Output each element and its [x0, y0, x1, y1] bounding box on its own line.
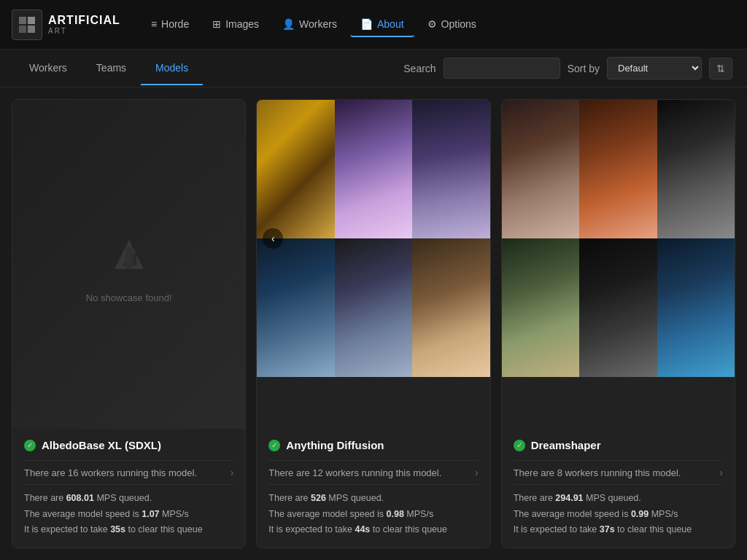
prev-image-anything[interactable]: ‹ [263, 228, 283, 249]
horde-icon: ≡ [151, 18, 157, 30]
no-showcase-area: No showcase found! [12, 100, 245, 429]
main-content: No showcase found! ✓ AlbedoBase XL (SDXL… [0, 88, 747, 560]
image-grid-anything: ‹ [257, 100, 489, 377]
status-dot-albedo: ✓ [24, 440, 36, 451]
nav-options-label: Options [441, 18, 476, 30]
image-cell-black-man [657, 100, 735, 238]
mps-queued-anything: There are 526 MPS queued. [268, 491, 478, 506]
options-icon: ⚙ [427, 18, 437, 30]
card-image-anything: ‹ [257, 100, 489, 429]
image-cell-lens [579, 238, 657, 377]
nav-horde-label: Horde [161, 18, 189, 30]
avg-speed-dreamshaper: The average model speed is 0.99 MPS/s [514, 507, 723, 522]
nav-horde[interactable]: ≡ Horde [141, 12, 199, 37]
card-title-anything: Anything Diffusion [286, 439, 384, 451]
card-info-dreamshaper: ✓ Dreamshaper There are 8 workers runnin… [502, 429, 735, 548]
nav-images-label: Images [225, 18, 259, 30]
workers-text-anything: There are 12 workers running this model. [268, 467, 441, 478]
tab-models[interactable]: Models [141, 52, 203, 85]
clear-time-albedo: It is expected to take 35s to clear this… [24, 522, 233, 537]
workers-row-dreamshaper[interactable]: There are 8 workers running this model. … [514, 460, 723, 485]
workers-text-dreamshaper: There are 8 workers running this model. [514, 467, 681, 478]
search-area: Search Sort by Default ⇅ [403, 57, 732, 79]
card-title-row-albedo: ✓ AlbedoBase XL (SDXL) [24, 439, 233, 451]
svg-rect-2 [19, 26, 26, 33]
logo-text-line2: ART [48, 27, 120, 35]
sort-direction-button[interactable]: ⇅ [709, 58, 732, 79]
card-image-albedo: No showcase found! [12, 100, 245, 429]
chevron-right-anything: › [475, 467, 479, 478]
tab-workers[interactable]: Workers [15, 52, 82, 85]
clear-time-dreamshaper: It is expected to take 37s to clear this… [514, 522, 723, 537]
image-cell-interior [412, 238, 489, 377]
search-label: Search [403, 63, 436, 74]
card-info-anything: ✓ Anything Diffusion There are 12 worker… [257, 429, 489, 548]
mps-queued-albedo: There are 608.01 MPS queued. [24, 491, 233, 506]
sort-label: Sort by [568, 63, 600, 74]
images-icon: ⊞ [212, 18, 221, 30]
mps-queued-dreamshaper: There are 294.91 MPS queued. [514, 491, 723, 506]
card-stats-anything: There are 526 MPS queued. The average mo… [268, 491, 478, 537]
card-info-albedo: ✓ AlbedoBase XL (SDXL) There are 16 work… [12, 429, 245, 548]
model-cards: No showcase found! ✓ AlbedoBase XL (SDXL… [12, 99, 735, 548]
tab-teams[interactable]: Teams [82, 52, 141, 85]
image-cell-asian-woman [502, 100, 579, 238]
top-nav: ARTIFICIAL ART ≡ Horde ⊞ Images 👤 Worker… [0, 0, 747, 50]
image-cell-anime-boy [257, 238, 334, 377]
workers-nav-icon: 👤 [282, 18, 295, 30]
card-image-dreamshaper [502, 100, 735, 429]
image-cell-anime-purple [335, 100, 412, 238]
status-dot-dreamshaper: ✓ [514, 440, 525, 451]
card-title-row-dreamshaper: ✓ Dreamshaper [514, 439, 723, 451]
chevron-right-dreamshaper: › [719, 467, 723, 478]
avg-speed-anything: The average model speed is 0.98 MPS/s [268, 507, 478, 522]
svg-rect-3 [28, 26, 35, 33]
image-cell-kitchen [257, 100, 334, 238]
workers-row-anything[interactable]: There are 12 workers running this model.… [268, 460, 478, 485]
nav-about[interactable]: 📄 About [350, 12, 414, 37]
model-card-dreamshaper: ✓ Dreamshaper There are 8 workers runnin… [501, 99, 735, 548]
search-input[interactable] [444, 58, 560, 79]
card-title-row-anything: ✓ Anything Diffusion [268, 439, 478, 451]
workers-row-albedo[interactable]: There are 16 workers running this model.… [24, 460, 233, 485]
workers-text-albedo: There are 16 workers running this model. [24, 467, 197, 478]
nav-about-label: About [377, 18, 404, 30]
nav-workers[interactable]: 👤 Workers [272, 12, 347, 37]
image-cell-anime-dark [412, 100, 489, 238]
card-title-albedo: AlbedoBase XL (SDXL) [42, 439, 161, 451]
model-card-anything: ‹ ✓ Anything Diffusion There are 12 work… [256, 99, 490, 548]
nav-images[interactable]: ⊞ Images [202, 12, 269, 37]
avg-speed-albedo: The average model speed is 1.07 MPS/s [24, 507, 233, 522]
image-grid-dreamshaper [502, 100, 735, 377]
logo-icon [12, 9, 42, 40]
logo-text-line1: ARTIFICIAL [48, 14, 120, 27]
model-card-albedo: No showcase found! ✓ AlbedoBase XL (SDXL… [12, 99, 246, 548]
svg-rect-1 [28, 17, 35, 24]
image-cell-robot [657, 238, 735, 377]
nav-options[interactable]: ⚙ Options [417, 12, 487, 37]
no-showcase-text: No showcase found! [86, 292, 172, 303]
svg-rect-4 [125, 247, 133, 269]
sub-nav: Workers Teams Models Search Sort by Defa… [0, 50, 747, 88]
card-stats-albedo: There are 608.01 MPS queued. The average… [24, 491, 233, 537]
sort-select[interactable]: Default [607, 57, 702, 79]
status-dot-anything: ✓ [268, 440, 280, 451]
clear-time-anything: It is expected to take 44s to clear this… [268, 522, 478, 537]
card-title-dreamshaper: Dreamshaper [531, 439, 601, 451]
about-icon: 📄 [360, 18, 373, 30]
card-stats-dreamshaper: There are 294.91 MPS queued. The average… [514, 491, 723, 537]
no-showcase-icon [100, 225, 158, 284]
image-cell-woman-hat [502, 238, 579, 377]
svg-rect-0 [19, 17, 26, 24]
image-cell-redhead [579, 100, 657, 238]
logo: ARTIFICIAL ART [12, 9, 120, 40]
chevron-right-albedo: › [231, 467, 234, 478]
sub-nav-tabs: Workers Teams Models [15, 52, 403, 85]
image-cell-knight [335, 238, 412, 377]
nav-workers-label: Workers [299, 18, 337, 30]
nav-items: ≡ Horde ⊞ Images 👤 Workers 📄 About ⚙ Opt… [141, 12, 735, 37]
